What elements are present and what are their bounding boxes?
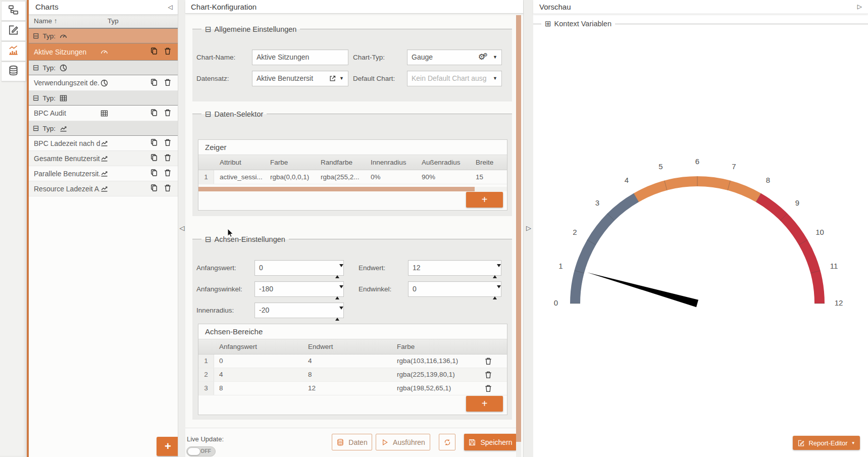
column-header[interactable]: Innenradius <box>371 155 406 170</box>
chevron-down-icon[interactable]: ▼ <box>493 71 497 86</box>
endwert-cell[interactable]: 12 <box>308 382 316 395</box>
column-header[interactable]: Endwert <box>308 339 333 354</box>
speichern-button[interactable]: Speichern <box>464 434 517 450</box>
collapse-right-handle-icon[interactable]: ▷ <box>526 224 531 232</box>
trash-icon[interactable] <box>163 153 172 164</box>
scrollbar-thumb[interactable] <box>198 187 475 191</box>
trash-icon[interactable] <box>163 183 172 194</box>
collapse-panel-icon[interactable]: ◁ <box>168 0 173 14</box>
endwinkel-input[interactable]: 0 <box>408 281 501 297</box>
column-header[interactable]: Attribut <box>220 155 241 170</box>
spinner-arrows[interactable] <box>493 264 497 279</box>
spinner-arrows[interactable] <box>335 285 340 300</box>
trash-icon[interactable] <box>484 357 493 367</box>
typ-column-label[interactable]: Typ <box>108 15 119 28</box>
randfarbe-cell[interactable]: rgba(255,2... <box>321 170 360 184</box>
report-editor-button[interactable]: Report-Editor ▼ <box>793 436 860 450</box>
chart-item-gesamte-benutzersitzungen[interactable]: Gesamte Benutzersit... <box>29 151 178 166</box>
copy-icon[interactable] <box>149 168 159 179</box>
attribut-cell[interactable]: active_sessi... <box>220 170 263 184</box>
copy-icon[interactable] <box>149 183 159 194</box>
chart-typ-select[interactable]: Gauge ⚙⚙ ▼ <box>407 49 502 65</box>
spinner-arrows[interactable] <box>493 285 497 300</box>
column-header[interactable]: Randfarbe <box>321 155 352 170</box>
collapse-minus-icon[interactable]: ⊟ <box>205 234 212 244</box>
column-header[interactable]: Farbe <box>397 339 415 354</box>
trash-icon[interactable] <box>484 370 493 381</box>
config-vertical-scrollbar[interactable] <box>516 15 521 457</box>
collapse-left-handle-icon[interactable]: ◁ <box>180 224 185 232</box>
endwert-cell[interactable]: 8 <box>308 368 312 381</box>
collapse-minus-icon[interactable]: ⊟ <box>33 31 39 40</box>
column-header[interactable]: Außenradius <box>422 155 461 170</box>
live-update-toggle[interactable]: OFF <box>186 446 216 456</box>
copy-icon[interactable] <box>149 138 159 148</box>
chart-item-verwendungszeit[interactable]: Verwendungszeit de... <box>29 75 178 91</box>
farbe-cell[interactable]: rgba(225,139,80,1) <box>397 368 455 381</box>
daten-button[interactable]: Daten <box>332 434 372 450</box>
zeiger-row[interactable]: 1 active_sessi... rgba(0,0,0,1) rgba(255… <box>198 170 507 184</box>
anfangswinkel-input[interactable]: -180 <box>254 281 344 297</box>
gears-icon[interactable]: ⚙⚙ <box>478 49 490 65</box>
add-zeiger-button[interactable]: + <box>466 192 503 208</box>
trash-icon[interactable] <box>163 46 172 57</box>
sidebar-item-report-designer[interactable] <box>1 21 26 41</box>
collapse-minus-icon[interactable]: ⊟ <box>33 63 39 72</box>
external-link-icon[interactable] <box>329 75 336 82</box>
trash-icon[interactable] <box>163 168 172 179</box>
farbe-cell[interactable]: rgba(0,0,0,1) <box>270 170 309 184</box>
horizontal-scrollbar[interactable] <box>198 187 507 191</box>
ausfuehren-button[interactable]: Ausführen <box>376 434 430 450</box>
endwert-cell[interactable]: 4 <box>308 354 312 368</box>
breite-cell[interactable]: 15 <box>476 170 483 184</box>
innenradius-cell[interactable]: 0% <box>371 170 381 184</box>
spinner-arrows[interactable] <box>335 264 340 279</box>
copy-icon[interactable] <box>149 78 159 88</box>
chart-group-table[interactable]: ⊟ Typ: <box>29 91 178 106</box>
toggle-knob[interactable] <box>187 447 200 455</box>
chart-item-bpc-audit[interactable]: BPC Audit <box>29 106 178 121</box>
anfangswert-input[interactable]: 0 <box>254 260 344 276</box>
sidebar-item-data-sources[interactable] <box>1 62 26 81</box>
collapse-minus-icon[interactable]: ⊟ <box>33 93 39 103</box>
axis-settings-legend[interactable]: ⊟Achsen-Einstellungen <box>201 234 289 244</box>
aussenradius-cell[interactable]: 90% <box>422 170 435 184</box>
chevron-down-icon[interactable]: ▼ <box>493 50 497 65</box>
default-chart-select[interactable]: Kein Default Chart ausg ▼ <box>407 71 502 86</box>
chart-item-parallele-benutzersitzungen[interactable]: Parallele Benutzersit... <box>29 166 178 181</box>
farbe-cell[interactable]: rgba(198,52,65,1) <box>397 382 451 395</box>
add-bereich-button[interactable]: + <box>466 396 503 412</box>
bereich-row[interactable]: 2 4 8 rgba(225,139,80,1) <box>198 368 507 382</box>
scrollbar-thumb[interactable] <box>516 15 521 442</box>
endwert-input[interactable]: 12 <box>408 260 501 276</box>
column-header[interactable]: Breite <box>476 155 493 170</box>
column-header[interactable]: Anfangswert <box>219 339 257 354</box>
chart-name-input[interactable]: Aktive Sitzungen <box>252 49 348 65</box>
copy-icon[interactable] <box>149 108 159 119</box>
copy-icon[interactable] <box>149 153 159 164</box>
trash-icon[interactable] <box>484 384 493 394</box>
collapse-minus-icon[interactable]: ⊟ <box>205 24 212 34</box>
chart-group-line[interactable]: ⊟ Typ: <box>29 121 178 136</box>
datensatz-select[interactable]: Aktive Benutzersit ▼ <box>252 71 348 86</box>
refresh-button[interactable] <box>439 434 455 450</box>
column-header[interactable]: Farbe <box>270 155 288 170</box>
add-chart-button[interactable]: + <box>157 437 179 456</box>
anfangswert-cell[interactable]: 4 <box>219 368 223 381</box>
sidebar-item-chart-editor[interactable] <box>1 41 26 61</box>
sidebar-item-navigator[interactable] <box>1 1 26 21</box>
general-settings-legend[interactable]: ⊟Allgemeine Einstellungen <box>201 24 300 34</box>
spinner-arrows[interactable] <box>335 307 340 321</box>
bereich-row[interactable]: 3 8 12 rgba(198,52,65,1) <box>198 382 507 395</box>
chart-item-aktive-sitzungen[interactable]: Aktive Sitzungen <box>29 43 178 61</box>
bereich-row[interactable]: 1 0 4 rgba(103,116,136,1) <box>198 354 507 368</box>
sort-by-name-header[interactable]: Name ↑ <box>34 15 58 28</box>
collapse-minus-icon[interactable]: ⊟ <box>33 124 39 133</box>
chart-group-gauge[interactable]: ⊟ Typ: <box>29 29 178 43</box>
farbe-cell[interactable]: rgba(103,116,136,1) <box>397 354 458 368</box>
chart-item-resource-ladezeit[interactable]: Resource Ladezeit A... <box>29 181 178 196</box>
collapse-panel-icon[interactable]: ▷ <box>857 0 862 14</box>
trash-icon[interactable] <box>163 108 172 119</box>
chart-item-bpc-ladezeit[interactable]: BPC Ladezeit nach d... <box>29 136 178 151</box>
copy-icon[interactable] <box>149 46 159 57</box>
